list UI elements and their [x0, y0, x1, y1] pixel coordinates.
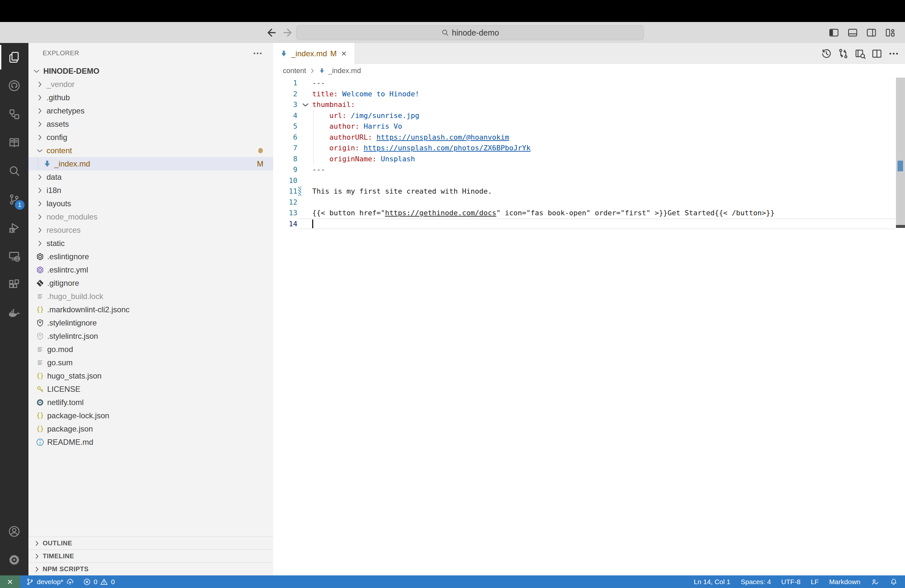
activity-item-settings-gear[interactable] [0, 546, 29, 574]
shield-dark-icon [36, 318, 44, 327]
status-branch-status[interactable]: develop* [26, 578, 75, 586]
tree-item-data[interactable]: data [29, 170, 273, 184]
tree-item-netlify.toml[interactable]: netlify.toml [29, 396, 273, 409]
tree-item-layouts[interactable]: layouts [29, 197, 273, 210]
code-line-10[interactable]: 10 [273, 175, 905, 186]
scrollbar-thumb[interactable] [896, 78, 905, 225]
code-line-13[interactable]: 13{{< button href="https://gethinode.com… [273, 208, 905, 219]
breadcrumb-item-_index.md[interactable]: _index.md [328, 67, 361, 75]
activity-item-files[interactable] [0, 43, 29, 72]
status-notifications[interactable] [889, 578, 898, 586]
tab-index-md[interactable]: _index.md M × [273, 43, 355, 64]
tree-item-package-lock.json[interactable]: package-lock.json [29, 409, 273, 422]
tree-item-config[interactable]: config [29, 130, 273, 144]
split-editor-icon[interactable] [871, 48, 883, 60]
section-outline[interactable]: OUTLINE [29, 537, 273, 550]
tree-item-i18n[interactable]: i18n [29, 184, 273, 197]
tab-label: _index.md [291, 49, 327, 58]
code-line-2[interactable]: 2title: Welcome to Hinode! [273, 89, 905, 100]
code-line-14[interactable]: 14 [273, 219, 905, 229]
editor-scrollbar[interactable] [896, 78, 905, 575]
forward-arrow-icon[interactable] [282, 26, 295, 39]
tree-item-hugo_stats.json[interactable]: hugo_stats.json [29, 369, 273, 382]
tree-item-static[interactable]: static [29, 237, 273, 250]
sidebar-header: EXPLORER [29, 43, 273, 64]
status-feedback[interactable] [871, 578, 879, 586]
tree-item-.hugo_build.lock[interactable]: .hugo_build.lock [29, 290, 273, 303]
status-indentation[interactable]: Spaces: 4 [741, 578, 771, 586]
back-arrow-icon[interactable] [264, 26, 277, 39]
tree-root-hinode-demo[interactable]: HINODE-DEMO [29, 64, 273, 78]
line-content: authorURL: https://unsplash.com/@hoanvok… [312, 132, 509, 143]
status-encoding[interactable]: UTF-8 [781, 578, 800, 586]
open-changes-icon[interactable] [837, 48, 849, 60]
item-label: content [46, 146, 72, 155]
remote-indicator[interactable] [0, 575, 20, 588]
tree-item-node_modules[interactable]: node_modules [29, 210, 273, 223]
code-line-1[interactable]: 1--- [273, 78, 905, 89]
activity-item-book[interactable] [0, 128, 29, 157]
code-line-9[interactable]: 9--- [273, 164, 905, 175]
code-line-11[interactable]: 11This is my first site created with Hin… [273, 186, 905, 197]
tree-item-.github[interactable]: .github [29, 91, 273, 104]
tree-item-.stylelintignore[interactable]: .stylelintignore [29, 316, 273, 329]
tree-item-.stylelintrc.json[interactable]: .stylelintrc.json [29, 329, 273, 343]
activity-item-search[interactable] [0, 157, 29, 185]
tree-item-README.md[interactable]: README.md [29, 435, 273, 449]
activity-item-account[interactable] [0, 517, 29, 546]
explorer-more-actions-icon[interactable] [252, 48, 264, 59]
breadcrumb-item-content[interactable]: content [283, 67, 306, 75]
code-line-7[interactable]: 7 origin: https://unsplash.com/photos/ZX… [273, 143, 905, 154]
code-line-8[interactable]: 8 originName: Unsplash [273, 154, 905, 165]
code-editor[interactable]: 1---2title: Welcome to Hinode!3thumbnail… [273, 78, 905, 229]
chevron-right-icon [36, 120, 44, 128]
tree-item-.gitignore[interactable]: .gitignore [29, 277, 273, 290]
item-label: layouts [46, 199, 71, 208]
tree-item-LICENSE[interactable]: LICENSE [29, 382, 273, 396]
line-number: 2 [273, 89, 297, 100]
section-npm-scripts[interactable]: NPM SCRIPTS [29, 563, 273, 575]
open-preview-icon[interactable] [854, 48, 866, 60]
command-center-search[interactable]: hinode-demo [296, 25, 644, 40]
toggle-secondary-sidebar-icon[interactable] [865, 27, 877, 38]
tree-item-.eslintignore[interactable]: .eslintignore [29, 250, 273, 263]
status-problems-status[interactable]: 00 [83, 578, 115, 586]
activity-item-remote-explorer[interactable] [0, 242, 29, 270]
chevron-right-icon [36, 173, 44, 181]
section-timeline[interactable]: TIMELINE [29, 550, 273, 563]
tree-item-_vendor[interactable]: _vendor [29, 78, 273, 91]
toggle-panel-icon[interactable] [847, 27, 859, 38]
code-line-6[interactable]: 6 authorURL: https://unsplash.com/@hoanv… [273, 132, 905, 143]
activity-item-github[interactable] [0, 72, 29, 100]
code-line-4[interactable]: 4 url: /img/sunrise.jpg [273, 110, 905, 121]
tree-item-resources[interactable]: resources [29, 223, 273, 237]
status-language-mode[interactable]: Markdown [829, 578, 861, 586]
history-icon[interactable] [820, 48, 833, 60]
tree-item-go.sum[interactable]: go.sum [29, 356, 273, 369]
more-actions-icon[interactable] [888, 48, 900, 60]
status-eol[interactable]: LF [811, 578, 819, 586]
activity-item-debug[interactable] [0, 214, 29, 242]
activity-item-references[interactable] [0, 100, 29, 128]
status-cursor-position[interactable]: Ln 14, Col 1 [694, 578, 730, 586]
tree-item-archetypes[interactable]: archetypes [29, 104, 273, 118]
tree-item-content[interactable]: content [29, 144, 273, 157]
activity-item-docker[interactable] [0, 299, 29, 327]
toggle-sidebar-icon[interactable] [828, 27, 840, 38]
code-line-12[interactable]: 12 [273, 197, 905, 208]
activity-item-source-control[interactable]: 1 [0, 185, 29, 214]
customize-layout-icon[interactable] [884, 27, 896, 38]
tree-item-.eslintrc.yml[interactable]: .eslintrc.yml [29, 263, 273, 277]
activity-item-extensions[interactable] [0, 270, 29, 299]
line-number: 8 [273, 154, 297, 165]
code-line-3[interactable]: 3thumbnail: [273, 99, 905, 110]
tree-item-package.json[interactable]: package.json [29, 422, 273, 435]
status-label: Ln 14, Col 1 [694, 578, 730, 586]
code-line-5[interactable]: 5 author: Harris Vo [273, 121, 905, 132]
tree-item-.markdownlint-cli2.jsonc[interactable]: .markdownlint-cli2.jsonc [29, 303, 273, 316]
tree-item-go.mod[interactable]: go.mod [29, 343, 273, 356]
chevron-right-icon [36, 239, 44, 248]
tree-item-_index.md[interactable]: _index.mdM [29, 157, 273, 170]
tab-close-icon[interactable]: × [341, 48, 346, 59]
tree-item-assets[interactable]: assets [29, 118, 273, 130]
